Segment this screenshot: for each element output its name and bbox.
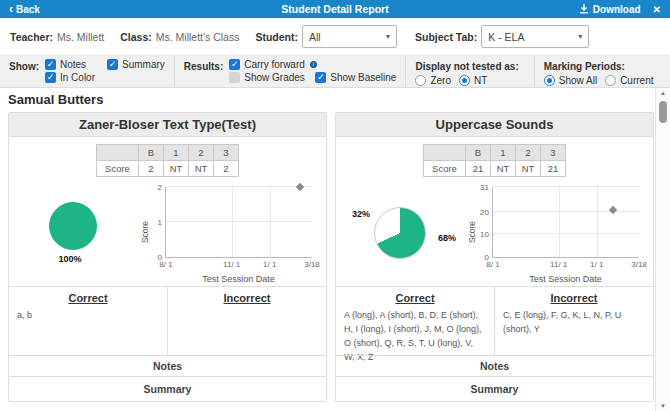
close-icon[interactable]: ✕ [653, 4, 661, 15]
nt-radio[interactable]: NT [459, 75, 487, 86]
radio-unselected-icon [415, 75, 426, 86]
correct-items: a, b [17, 309, 159, 323]
marking-periods-label: Marking Periods: [544, 61, 648, 72]
student-label: Student: [255, 31, 298, 43]
show-baseline-checkbox-label: Show Baseline [330, 72, 396, 83]
chevron-down-icon: ▾ [578, 32, 582, 41]
pie-label-68: 68% [438, 233, 456, 243]
score-cell: NT [189, 161, 214, 177]
plot-area: 2 1 0 8/ 1 11/ 1 1/ 1 3/18 [165, 187, 312, 258]
y-axis-label: Score [467, 221, 477, 243]
y-tick: 31 [480, 183, 489, 192]
incorrect-items: C, E (long), F, G, K, L, N, P, U (short)… [503, 309, 645, 337]
score-table: B 1 2 3 Score 2 NT NT 2 [96, 144, 239, 177]
notes-checkbox[interactable]: ✓ Notes [45, 59, 107, 70]
info-icon[interactable]: i [310, 61, 317, 68]
in-color-checkbox[interactable]: ✓ In Color [45, 72, 95, 83]
data-point-marker [296, 183, 304, 191]
checkbox-checked-icon: ✓ [229, 59, 240, 70]
notes-checkbox-label: Notes [60, 59, 86, 70]
summary-section-header[interactable]: Summary [336, 376, 653, 401]
scroll-up-icon[interactable]: ▲ [656, 90, 670, 96]
score-cell: NT [491, 161, 516, 177]
correct-header: Correct [344, 292, 486, 304]
download-label: Download [593, 4, 641, 15]
radio-unselected-icon [605, 75, 616, 86]
notes-section-header[interactable]: Notes [9, 355, 326, 376]
scroll-down-icon[interactable]: ▼ [656, 403, 670, 409]
results-label: Results: [184, 61, 223, 85]
vertical-scrollbar[interactable]: ▲ ▼ [655, 88, 670, 411]
student-select[interactable]: All ▾ [302, 25, 397, 48]
in-color-checkbox-label: In Color [60, 72, 95, 83]
notes-section-header[interactable]: Notes [336, 355, 653, 376]
show-filter-group: Show: ✓ Notes ✓ Summary ✓ In Color [0, 56, 175, 87]
summary-section-header[interactable]: Summary [9, 376, 326, 401]
col-header: B [139, 145, 164, 161]
x-tick: 8/ 1 [159, 260, 172, 269]
col-header: B [466, 145, 491, 161]
subject-tab-select[interactable]: K - ELA ▾ [481, 25, 589, 48]
summary-checkbox-label: Summary [122, 59, 165, 70]
correct-incorrect-section: Correct a, b Incorrect [9, 286, 326, 355]
download-button[interactable]: Download [579, 4, 641, 15]
row-label: Score [97, 161, 139, 177]
subject-select-value: K - ELA [488, 31, 524, 43]
back-button[interactable]: ‹ Back [9, 3, 40, 15]
show-label: Show: [9, 61, 39, 85]
col-header: 1 [491, 145, 516, 161]
x-tick: 3/18 [631, 260, 647, 269]
show-baseline-checkbox[interactable]: ✓ Show Baseline [315, 72, 396, 83]
incorrect-header: Incorrect [176, 292, 318, 304]
nt-radio-label: NT [474, 75, 487, 86]
summary-checkbox[interactable]: ✓ Summary [107, 59, 165, 70]
scrollbar-thumb[interactable] [659, 101, 667, 123]
carry-forward-checkbox-label: Carry forward [244, 59, 305, 70]
show-all-radio-label: Show All [559, 75, 597, 86]
col-header: 2 [516, 145, 541, 161]
score-cell: 21 [466, 161, 491, 177]
checkbox-checked-icon: ✓ [107, 59, 118, 70]
class-value: Ms. Millett's Class [156, 31, 240, 43]
results-filter-group: Results: ✓ Carry forward i Show Grades ✓… [175, 56, 407, 87]
x-tick: 1/ 1 [263, 260, 276, 269]
x-tick: 1/ 1 [590, 260, 603, 269]
score-cell: 21 [541, 161, 566, 177]
col-header: 3 [541, 145, 566, 161]
show-grades-checkbox[interactable]: Show Grades [229, 72, 315, 83]
show-all-radio[interactable]: Show All [544, 75, 597, 86]
student-select-value: All [309, 31, 321, 43]
zero-radio-label: Zero [430, 75, 451, 86]
page-title: Student Detail Report [281, 3, 388, 15]
x-tick: 11/ 1 [223, 260, 240, 269]
marking-periods-group: Marking Periods: Show All Current [535, 56, 663, 87]
data-point-marker [608, 205, 616, 213]
pie-chart-100pct: 100% [9, 180, 137, 286]
checkbox-checked-icon: ✓ [45, 59, 56, 70]
radio-selected-icon [459, 75, 470, 86]
current-radio[interactable]: Current [605, 75, 653, 86]
y-tick: 20 [480, 207, 489, 216]
panel-title: Zaner-Bloser Text Type(Test) [9, 113, 326, 137]
panel-zaner-bloser: Zaner-Bloser Text Type(Test) B 1 2 3 Sco… [8, 112, 327, 402]
display-not-tested-group: Display not tested as: Zero NT [406, 56, 534, 87]
x-axis-label: Test Session Date [165, 274, 312, 284]
incorrect-header: Incorrect [503, 292, 645, 304]
zero-radio[interactable]: Zero [415, 75, 451, 86]
selector-bar: Teacher: Ms. Millett Class: Ms. Millett'… [0, 18, 670, 55]
pie-slices [374, 207, 426, 259]
pie-label: 100% [58, 254, 81, 264]
back-chevron-icon: ‹ [9, 3, 13, 15]
chevron-down-icon: ▾ [386, 32, 390, 41]
score-line-chart: Score 2 1 0 8/ 1 11/ 1 1/ 1 3/18 Test Se… [137, 180, 318, 286]
score-table: B 1 2 3 Score 21 NT NT 21 [423, 144, 566, 177]
x-axis-label: Test Session Date [492, 274, 639, 284]
row-label: Score [424, 161, 466, 177]
display-not-tested-label: Display not tested as: [415, 61, 518, 72]
carry-forward-checkbox[interactable]: ✓ Carry forward i [229, 59, 317, 70]
filter-bar: Show: ✓ Notes ✓ Summary ✓ In Color Re [0, 55, 670, 88]
checkbox-checked-icon: ✓ [315, 72, 326, 83]
pie-slice-correct [49, 202, 97, 250]
y-axis-label: Score [140, 221, 150, 243]
show-grades-checkbox-label: Show Grades [244, 72, 305, 83]
